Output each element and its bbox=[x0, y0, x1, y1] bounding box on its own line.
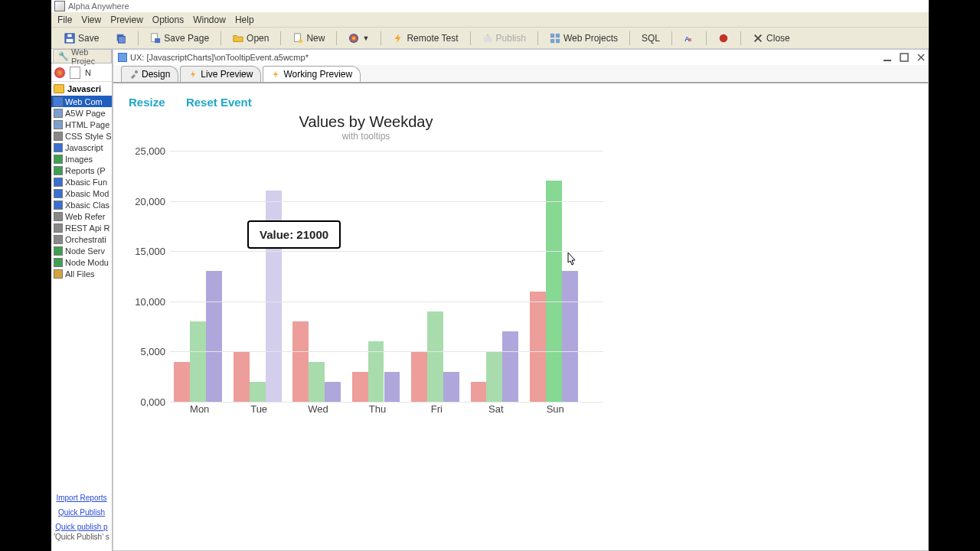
svg-rect-14 bbox=[556, 38, 560, 42]
new-icon bbox=[292, 33, 303, 44]
file-type-icon bbox=[54, 143, 63, 152]
svg-point-9 bbox=[349, 33, 358, 42]
sidebar-item[interactable]: Web Refer bbox=[51, 210, 112, 222]
sidebar-item[interactable]: Xbasic Clas bbox=[51, 199, 112, 210]
bar-group: Sat bbox=[466, 151, 525, 402]
tab-working-preview[interactable]: Working Preview bbox=[263, 66, 361, 83]
tab-design[interactable]: Design bbox=[121, 66, 178, 83]
web-projects-button[interactable]: Web Projects bbox=[543, 31, 625, 46]
chart-bar[interactable] bbox=[486, 351, 502, 402]
file-type-icon bbox=[54, 132, 63, 141]
sql-button[interactable]: SQL bbox=[635, 31, 667, 46]
bar-group: Wed bbox=[289, 151, 348, 402]
chart-bar[interactable] bbox=[309, 362, 325, 402]
sidebar-item[interactable]: CSS Style S bbox=[51, 130, 112, 142]
save-as-button[interactable] bbox=[109, 31, 133, 46]
sidebar-item[interactable]: HTML Page bbox=[51, 119, 112, 130]
chart-bar[interactable] bbox=[546, 181, 562, 402]
sidebar-item[interactable]: Web Com bbox=[51, 96, 112, 107]
chart-title: Values by Weekday bbox=[129, 113, 603, 131]
remote-test-button[interactable]: Remote Test bbox=[386, 31, 465, 46]
project-sidebar: 🔧 Web Projec N Javascri Web ComA5W PageH… bbox=[51, 49, 113, 551]
sidebar-quicklinks: Import Reports Quick Publish Quick publi… bbox=[51, 487, 112, 542]
disk-multi-icon bbox=[116, 33, 126, 44]
sidebar-item[interactable]: Node Modu bbox=[51, 256, 112, 268]
y-axis-label: 25,000 bbox=[135, 145, 170, 157]
menu-window[interactable]: Window bbox=[193, 15, 226, 25]
bar-group: Thu bbox=[348, 151, 407, 402]
font-button[interactable]: Aa bbox=[677, 31, 701, 46]
chart-gridline bbox=[170, 201, 603, 202]
chart-bar[interactable] bbox=[530, 292, 546, 402]
file-type-icon bbox=[54, 201, 63, 210]
bar-group: Tue bbox=[229, 151, 288, 402]
close-button[interactable]: Close bbox=[746, 31, 797, 46]
menu-preview[interactable]: Preview bbox=[110, 15, 143, 25]
file-type-icon bbox=[54, 109, 63, 118]
chart-bar[interactable] bbox=[234, 351, 250, 402]
import-reports-link[interactable]: Import Reports bbox=[51, 494, 112, 502]
window-maximize-button[interactable] bbox=[897, 51, 911, 64]
app-title: Alpha Anywhere bbox=[68, 2, 129, 11]
svg-rect-11 bbox=[550, 33, 554, 37]
sidebar-item[interactable]: Xbasic Fun bbox=[51, 176, 112, 187]
save-page-button[interactable]: Save Page bbox=[143, 31, 216, 46]
chart-bar[interactable] bbox=[250, 382, 266, 402]
chart-bar[interactable] bbox=[325, 382, 341, 402]
chart-bar[interactable] bbox=[562, 271, 578, 402]
file-type-icon bbox=[54, 235, 63, 244]
toolbar: Save Save Page Open New ▼ Remote Test bbox=[51, 28, 929, 49]
menu-help[interactable]: Help bbox=[235, 15, 254, 25]
resize-link[interactable]: Resize bbox=[129, 96, 165, 109]
chart-bar[interactable] bbox=[443, 372, 459, 402]
menu-file[interactable]: File bbox=[57, 15, 72, 25]
chart-bar[interactable] bbox=[427, 311, 443, 402]
publish-button: Publish bbox=[475, 31, 533, 46]
sidebar-item[interactable]: Xbasic Mod bbox=[51, 187, 112, 199]
reset-event-link[interactable]: Reset Event bbox=[186, 96, 252, 109]
font-icon: Aa bbox=[684, 33, 694, 44]
chart-bar[interactable] bbox=[368, 341, 384, 402]
y-axis-label: 5,000 bbox=[140, 346, 170, 357]
chart: Values by Weekday with tooltips MonTueWe… bbox=[129, 113, 603, 412]
quick-publish-note: 'Quick Publish' s bbox=[54, 533, 109, 541]
sidebar-item[interactable]: Orchestrati bbox=[51, 233, 112, 245]
chart-bar[interactable] bbox=[352, 372, 368, 402]
tab-live-preview[interactable]: Live Preview bbox=[180, 66, 261, 83]
chart-bar[interactable] bbox=[384, 372, 400, 402]
sidebar-item[interactable]: A5W Page bbox=[51, 107, 112, 119]
new-page-icon[interactable] bbox=[70, 67, 80, 79]
window-minimize-button[interactable] bbox=[880, 51, 894, 64]
file-type-icon bbox=[54, 120, 63, 129]
chart-bar[interactable] bbox=[174, 362, 190, 402]
chart-bar[interactable] bbox=[471, 382, 487, 402]
sidebar-item[interactable]: Javascript bbox=[51, 142, 112, 153]
record-icon bbox=[718, 33, 729, 44]
sidebar-item[interactable]: Images bbox=[51, 153, 112, 165]
sidebar-item[interactable]: Reports (P bbox=[51, 165, 112, 176]
open-button[interactable]: Open bbox=[226, 31, 276, 46]
browser-button[interactable]: ▼ bbox=[341, 31, 376, 46]
sidebar-tab[interactable]: 🔧 Web Projec bbox=[53, 49, 112, 63]
new-button[interactable]: New bbox=[286, 31, 332, 46]
menu-view[interactable]: View bbox=[81, 15, 101, 25]
chart-bar[interactable] bbox=[292, 321, 309, 402]
chart-bar[interactable] bbox=[502, 331, 518, 402]
chart-bar[interactable] bbox=[190, 321, 206, 402]
svg-rect-4 bbox=[119, 36, 126, 43]
project-folder[interactable]: Javascri bbox=[51, 82, 112, 96]
chart-bar[interactable] bbox=[411, 351, 427, 402]
app-titlebar: Alpha Anywhere bbox=[51, 0, 929, 12]
quick-publish-p-link[interactable]: Quick publish p bbox=[51, 523, 112, 531]
sidebar-item[interactable]: Node Serv bbox=[51, 245, 112, 256]
menu-options[interactable]: Options bbox=[152, 15, 184, 25]
record-button[interactable] bbox=[711, 31, 736, 46]
save-button[interactable]: Save bbox=[57, 31, 106, 46]
chart-gridline bbox=[170, 302, 603, 302]
sidebar-item[interactable]: REST Api R bbox=[51, 222, 112, 233]
sidebar-item[interactable]: All Files bbox=[51, 268, 112, 279]
ux-icon bbox=[118, 53, 127, 62]
chart-bar[interactable] bbox=[206, 271, 222, 402]
quick-publish-link[interactable]: Quick Publish bbox=[51, 508, 112, 517]
window-close-button[interactable] bbox=[914, 51, 928, 64]
